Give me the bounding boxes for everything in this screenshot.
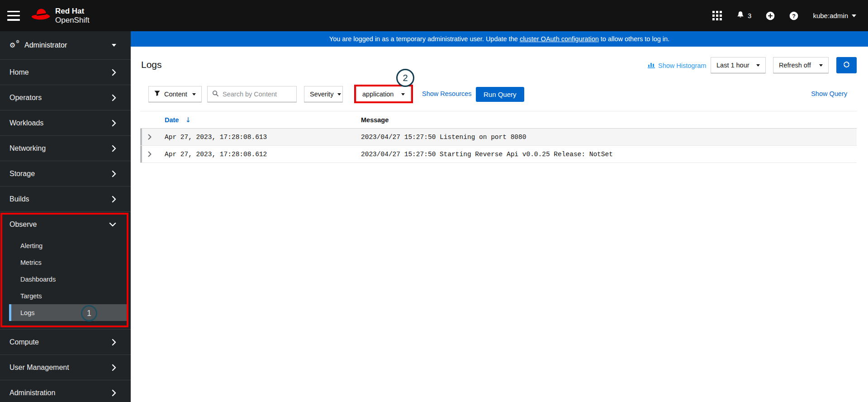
filter-funnel-icon [154,91,160,98]
refresh-interval-value: Refresh off [779,62,811,69]
search-input[interactable] [223,91,290,98]
sidebar-subitem-label: Logs [20,309,34,316]
banner-text-before: You are logged in as a temporary adminis… [329,35,520,43]
chevron-right-icon [112,339,116,346]
sidebar-item-label: Home [9,68,29,77]
attribute-filter-value: Content [164,91,187,98]
date-column-label: Date [165,116,179,124]
perspective-label: Administrator [24,41,107,49]
brand-name: Red Hat [55,7,90,16]
caret-down-icon [337,93,341,96]
brand-product: OpenShift [55,16,90,25]
tenant-value: application [362,91,394,98]
row-accent-bar [140,129,142,145]
show-query-link[interactable]: Show Query [811,90,847,97]
import-plus-icon[interactable] [766,11,775,20]
sidebar-item-label: Observe [9,220,37,229]
refresh-now-button[interactable] [836,57,857,73]
time-range-value: Last 1 hour [716,62,749,69]
run-query-button[interactable]: Run Query [476,87,524,102]
show-histogram-link[interactable]: Show Histogram [648,62,706,70]
chevron-right-icon [112,196,116,203]
sidebar-item-label: Networking [9,144,46,153]
log-table: Date ↓ Message Apr 27, 2023, 17:28:08.61… [140,111,857,163]
sidebar-subitem-label: Metrics [20,259,42,266]
sidebar-item-user-management[interactable]: User Management [0,355,131,380]
caret-down-icon [112,44,116,47]
attribute-filter-dropdown[interactable]: Content [148,86,202,102]
sort-descending-icon: ↓ [185,116,191,124]
sidebar-item-label: Compute [9,338,39,346]
caret-down-icon [756,64,760,67]
sidebar-item-home[interactable]: Home [0,60,131,85]
chevron-right-icon [112,364,116,371]
log-message: 2023/04/27 15:27:50 Listening on port 80… [361,134,857,141]
expand-row-icon[interactable] [148,134,152,140]
show-resources-link[interactable]: Show Resources [422,90,472,97]
date-column-header[interactable]: Date ↓ [165,116,361,124]
bell-icon [736,11,745,21]
sidebar-subitem-label: Alerting [20,242,43,249]
masthead: Red Hat OpenShift [0,0,868,31]
caret-down-icon [192,93,196,96]
sidebar-item-networking[interactable]: Networking [0,136,131,161]
sidebar-item-dashboards[interactable]: Dashboards [0,271,131,287]
table-row[interactable]: Apr 27, 2023, 17:28:08.613 2023/04/27 15… [140,129,857,146]
sidebar-item-observe[interactable]: Observe [0,212,131,237]
log-date: Apr 27, 2023, 17:28:08.613 [165,134,361,141]
sidebar-item-metrics[interactable]: Metrics [0,254,131,271]
perspective-switcher[interactable]: ⚙⚙ Administrator [0,31,131,60]
sidebar-item-label: Operators [9,94,42,102]
chevron-right-icon [112,389,116,397]
log-message: 2023/04/27 15:27:50 Starting Reverse Api… [361,151,857,158]
cluster-oauth-link[interactable]: cluster OAuth configuration [520,35,599,43]
search-icon [212,90,219,99]
sidebar-item-logs[interactable]: Logs [9,304,128,321]
notifications-bell[interactable]: 3 [736,11,751,21]
sidebar-item-label: Builds [9,195,29,203]
log-date: Apr 27, 2023, 17:28:08.612 [165,151,361,158]
chevron-right-icon [112,170,116,177]
chevron-right-icon [112,120,116,127]
redhat-fedora-icon [31,8,51,24]
table-row[interactable]: Apr 27, 2023, 17:28:08.612 2023/04/27 15… [140,146,857,163]
sidebar-item-storage[interactable]: Storage [0,161,131,187]
sidebar-item-alerting[interactable]: Alerting [0,237,131,254]
sidebar-bottom-group: Compute User Management Administration [0,329,131,402]
user-name: kube:admin [813,12,848,19]
login-warning-banner: You are logged in as a temporary adminis… [131,31,868,47]
svg-text:?: ? [792,13,796,19]
chevron-down-icon [109,222,116,227]
openshift-console: Red Hat OpenShift [0,0,868,402]
help-icon[interactable]: ? [789,11,798,20]
sidebar-item-operators[interactable]: Operators [0,85,131,110]
user-menu[interactable]: kube:admin [813,12,856,19]
refresh-interval-dropdown[interactable]: Refresh off [773,57,829,73]
caret-down-icon [819,64,823,67]
time-range-dropdown[interactable]: Last 1 hour [711,57,766,73]
brand-logo[interactable]: Red Hat OpenShift [31,7,90,24]
sidebar-subitem-label: Targets [20,292,42,300]
expand-row-icon[interactable] [148,151,152,157]
sidebar-item-administration[interactable]: Administration [0,380,131,402]
sidebar-item-compute[interactable]: Compute [0,330,131,355]
severity-value: Severity [310,91,333,98]
page-title: Logs [141,59,162,70]
row-accent-bar [140,146,142,163]
sidebar-item-label: Administration [9,389,55,397]
caret-down-icon [401,93,405,96]
sync-icon [843,61,850,70]
sidebar-item-builds[interactable]: Builds [0,187,131,212]
app-launcher-icon[interactable] [712,11,722,20]
content-search [207,86,297,102]
chevron-right-icon [112,145,116,152]
sidebar-item-workloads[interactable]: Workloads [0,110,131,136]
sidebar-item-label: Storage [9,170,35,178]
nav-toggle-icon[interactable] [7,11,20,21]
severity-dropdown[interactable]: Severity [304,86,343,102]
table-header: Date ↓ Message [140,111,857,129]
message-column-label: Message [361,116,389,124]
tenant-dropdown[interactable]: application [356,86,411,102]
banner-text-after: to allow others to log in. [599,35,669,43]
sidebar-item-targets[interactable]: Targets [0,287,131,304]
